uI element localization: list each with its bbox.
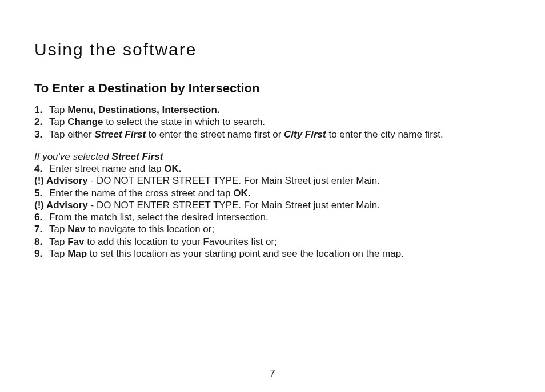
step-line: 6.From the match list, select the desire… <box>34 211 511 223</box>
step-line: 2.Tap Change to select the state in whic… <box>34 116 511 128</box>
text-segment: Tap <box>49 116 67 127</box>
section-heading: To Enter a Destination by Intersection <box>34 81 511 96</box>
text-segment: Street First <box>112 151 163 162</box>
step-number: 4. <box>34 163 49 175</box>
text-segment: Map <box>67 248 87 259</box>
step-number: 9. <box>34 248 49 260</box>
text-segment: Tap <box>49 248 67 259</box>
text-segment: Change <box>67 116 103 127</box>
text-segment: to enter the street name first or <box>146 129 284 140</box>
step-line: 9.Tap Map to set this location as your s… <box>34 248 511 260</box>
step-number: 5. <box>34 187 49 199</box>
text-segment: From the match list, select the desired … <box>49 212 269 223</box>
step-line: 1.Tap Menu, Destinations, Intersection. <box>34 104 511 116</box>
step-number: 7. <box>34 223 49 235</box>
body-text: 1.Tap Menu, Destinations, Intersection.2… <box>34 104 511 260</box>
text-segment: OK. <box>233 188 250 199</box>
text-segment: Nav <box>67 224 85 235</box>
blank-line <box>34 140 511 151</box>
step-line: 4.Enter street name and tap OK. <box>34 163 511 175</box>
text-segment: Menu, Destinations, Intersection. <box>67 104 219 115</box>
text-segment: to enter the city name first. <box>326 129 443 140</box>
text-segment: Tap <box>49 224 67 235</box>
text-segment: to navigate to this location or; <box>85 224 214 235</box>
text-segment: Tap <box>49 236 67 247</box>
text-segment: City First <box>284 129 326 140</box>
text-segment: OK. <box>164 163 181 174</box>
text-line: (!) Advisory - DO NOT ENTER STREET TYPE.… <box>34 175 511 187</box>
step-line: 7.Tap Nav to navigate to this location o… <box>34 223 511 235</box>
text-segment: - DO NOT ENTER STREET TYPE. For Main Str… <box>88 175 380 186</box>
text-segment: Tap <box>49 104 67 115</box>
text-segment: (!) Advisory <box>34 200 88 211</box>
text-segment: If you've selected <box>34 151 112 162</box>
page-number: 7 <box>0 368 545 379</box>
text-line: (!) Advisory - DO NOT ENTER STREET TYPE.… <box>34 199 511 211</box>
page-title: Using the software <box>34 40 511 59</box>
step-line: 5.Enter the name of the cross street and… <box>34 187 511 199</box>
text-segment: to select the state in which to search. <box>103 116 265 127</box>
text-segment: to add this location to your Favourites … <box>84 236 276 247</box>
step-number: 6. <box>34 211 49 223</box>
step-number: 1. <box>34 104 49 116</box>
step-line: 3.Tap either Street First to enter the s… <box>34 128 511 140</box>
text-segment: Enter street name and tap <box>49 163 164 174</box>
text-line: If you've selected Street First <box>34 151 511 163</box>
text-segment: Fav <box>67 236 84 247</box>
step-number: 3. <box>34 128 49 140</box>
document-page: Using the software To Enter a Destinatio… <box>0 0 545 392</box>
text-segment: Street First <box>94 129 146 140</box>
text-segment: - DO NOT ENTER STREET TYPE. For Main Str… <box>88 200 380 211</box>
text-segment: (!) Advisory <box>34 175 88 186</box>
step-line: 8.Tap Fav to add this location to your F… <box>34 236 511 248</box>
text-segment: Tap either <box>49 129 94 140</box>
step-number: 2. <box>34 116 49 128</box>
text-segment: Enter the name of the cross street and t… <box>49 188 233 199</box>
text-segment: to set this location as your starting po… <box>87 248 404 259</box>
step-number: 8. <box>34 236 49 248</box>
